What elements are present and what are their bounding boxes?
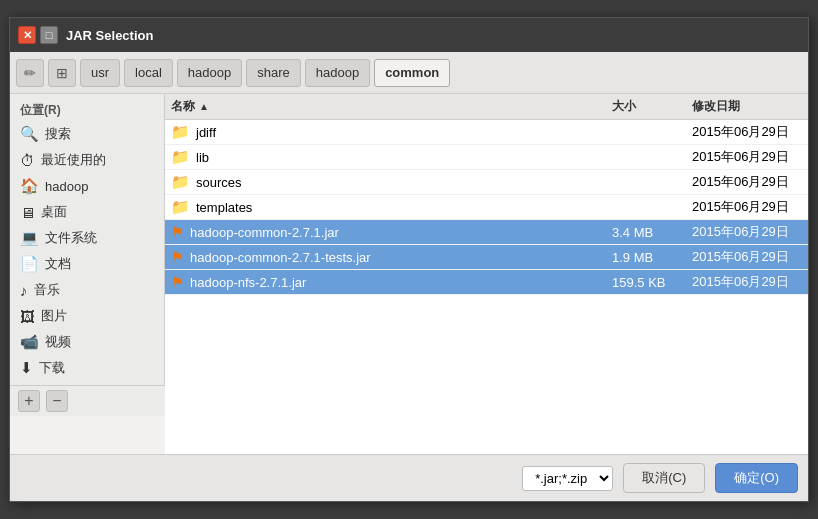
breadcrumb-hadoop1[interactable]: hadoop	[177, 59, 242, 87]
jar-icon: ⚑	[171, 249, 184, 265]
sidebar-item-label: hadoop	[45, 179, 88, 194]
file-date-cell: 2015年06月29日	[692, 248, 802, 266]
folder-icon: 📁	[171, 198, 190, 216]
titlebar: ✕ □ JAR Selection	[10, 18, 808, 52]
remove-location-button[interactable]: −	[46, 390, 68, 412]
filesystem-icon: 💻	[20, 229, 39, 247]
sidebar-item-search[interactable]: 🔍 搜索	[10, 121, 164, 147]
window-controls: ✕ □	[18, 26, 58, 44]
breadcrumb-common[interactable]: common	[374, 59, 450, 87]
file-size-cell: 3.4 MB	[612, 225, 692, 240]
file-size-cell: 1.9 MB	[612, 250, 692, 265]
sidebar-container: 位置(R) 🔍 搜索 ⏱ 最近使用的 🏠 hadoop 🖥 桌面	[10, 94, 165, 454]
search-icon: 🔍	[20, 125, 39, 143]
col-header-date: 修改日期	[692, 98, 802, 115]
file-date-cell: 2015年06月29日	[692, 123, 802, 141]
sidebar-item-label: 视频	[45, 333, 71, 351]
videos-icon: 📹	[20, 333, 39, 351]
breadcrumb-hadoop2[interactable]: hadoop	[305, 59, 370, 87]
sidebar-label: 位置(R)	[10, 98, 164, 121]
footer: *.jar;*.zip 取消(C) 确定(O)	[10, 454, 808, 501]
jar-selection-dialog: ✕ □ JAR Selection ✏ ⊞ usr local hadoop s…	[9, 17, 809, 502]
file-date-cell: 2015年06月29日	[692, 198, 802, 216]
cancel-button[interactable]: 取消(C)	[623, 463, 705, 493]
sidebar-item-label: 音乐	[34, 281, 60, 299]
main-body: 位置(R) 🔍 搜索 ⏱ 最近使用的 🏠 hadoop 🖥 桌面	[10, 94, 808, 454]
sidebar-item-videos[interactable]: 📹 视频	[10, 329, 164, 355]
dialog-title: JAR Selection	[66, 28, 153, 43]
close-button[interactable]: ✕	[18, 26, 36, 44]
minus-icon: −	[52, 392, 61, 410]
file-size-cell: 159.5 KB	[612, 275, 692, 290]
file-filter-select[interactable]: *.jar;*.zip	[522, 466, 613, 491]
sidebar-item-pictures[interactable]: 🖼 图片	[10, 303, 164, 329]
pictures-icon: 🖼	[20, 308, 35, 325]
folder-icon: 📁	[171, 123, 190, 141]
breadcrumb-local[interactable]: local	[124, 59, 173, 87]
sidebar-item-label: 文档	[45, 255, 71, 273]
sidebar-item-label: 文件系统	[45, 229, 97, 247]
sidebar: 位置(R) 🔍 搜索 ⏱ 最近使用的 🏠 hadoop 🖥 桌面	[10, 94, 165, 385]
table-row[interactable]: 📁 jdiff 2015年06月29日	[165, 120, 808, 145]
plus-icon: +	[24, 392, 33, 410]
file-name-cell: 📁 jdiff	[171, 123, 612, 141]
sidebar-item-hadoop[interactable]: 🏠 hadoop	[10, 173, 164, 199]
add-location-button[interactable]: +	[18, 390, 40, 412]
sidebar-item-downloads[interactable]: ⬇ 下载	[10, 355, 164, 381]
sidebar-item-documents[interactable]: 📄 文档	[10, 251, 164, 277]
file-name-cell: ⚑ hadoop-common-2.7.1.jar	[171, 224, 612, 240]
file-name-cell: 📁 sources	[171, 173, 612, 191]
sort-arrow-icon: ▲	[199, 101, 209, 112]
location-icon-button[interactable]: ⊞	[48, 59, 76, 87]
location-icon: ⊞	[56, 65, 68, 81]
pencil-icon: ✏	[24, 65, 36, 81]
file-date-cell: 2015年06月29日	[692, 273, 802, 291]
jar-icon: ⚑	[171, 274, 184, 290]
col-header-name: 名称 ▲	[171, 98, 612, 115]
sidebar-item-label: 图片	[41, 307, 67, 325]
sidebar-item-label: 搜索	[45, 125, 71, 143]
file-name-cell: ⚑ hadoop-common-2.7.1-tests.jar	[171, 249, 612, 265]
table-row[interactable]: ⚑ hadoop-common-2.7.1-tests.jar 1.9 MB 2…	[165, 245, 808, 270]
table-row[interactable]: ⚑ hadoop-common-2.7.1.jar 3.4 MB 2015年06…	[165, 220, 808, 245]
table-row[interactable]: ⚑ hadoop-nfs-2.7.1.jar 159.5 KB 2015年06月…	[165, 270, 808, 295]
jar-icon: ⚑	[171, 224, 184, 240]
table-row[interactable]: 📁 sources 2015年06月29日	[165, 170, 808, 195]
table-row[interactable]: 📁 lib 2015年06月29日	[165, 145, 808, 170]
edit-icon-button[interactable]: ✏	[16, 59, 44, 87]
filelist-header: 名称 ▲ 大小 修改日期	[165, 94, 808, 120]
breadcrumb-usr[interactable]: usr	[80, 59, 120, 87]
sidebar-item-desktop[interactable]: 🖥 桌面	[10, 199, 164, 225]
sidebar-item-label: 下载	[39, 359, 65, 377]
sidebar-bottom: + −	[10, 385, 165, 416]
sidebar-item-filesystem[interactable]: 💻 文件系统	[10, 225, 164, 251]
downloads-icon: ⬇	[20, 359, 33, 377]
recent-icon: ⏱	[20, 152, 35, 169]
music-icon: ♪	[20, 282, 28, 299]
breadcrumb-share[interactable]: share	[246, 59, 301, 87]
folder-icon: 📁	[171, 148, 190, 166]
file-name-cell: 📁 lib	[171, 148, 612, 166]
file-date-cell: 2015年06月29日	[692, 173, 802, 191]
filelist: 名称 ▲ 大小 修改日期 📁 jdiff 2015年06月29日 📁 l	[165, 94, 808, 454]
file-name-cell: 📁 templates	[171, 198, 612, 216]
table-row[interactable]: 📁 templates 2015年06月29日	[165, 195, 808, 220]
sidebar-item-recent[interactable]: ⏱ 最近使用的	[10, 147, 164, 173]
col-header-size: 大小	[612, 98, 692, 115]
toolbar: ✏ ⊞ usr local hadoop share hadoop common	[10, 52, 808, 94]
home-icon: 🏠	[20, 177, 39, 195]
minimize-button[interactable]: □	[40, 26, 58, 44]
file-date-cell: 2015年06月29日	[692, 223, 802, 241]
sidebar-item-label: 桌面	[41, 203, 67, 221]
sidebar-item-label: 最近使用的	[41, 151, 106, 169]
desktop-icon: 🖥	[20, 204, 35, 221]
documents-icon: 📄	[20, 255, 39, 273]
folder-icon: 📁	[171, 173, 190, 191]
sidebar-item-music[interactable]: ♪ 音乐	[10, 277, 164, 303]
file-name-cell: ⚑ hadoop-nfs-2.7.1.jar	[171, 274, 612, 290]
confirm-button[interactable]: 确定(O)	[715, 463, 798, 493]
file-date-cell: 2015年06月29日	[692, 148, 802, 166]
